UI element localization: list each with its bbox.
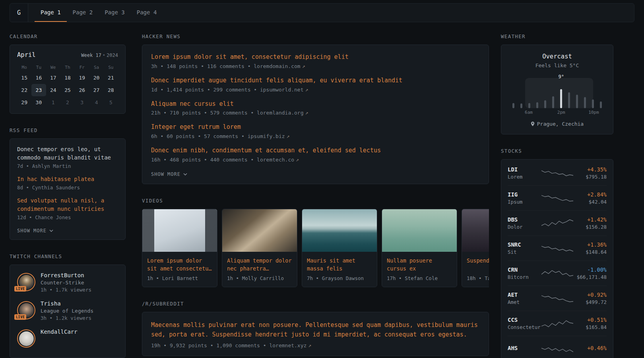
video-card[interactable]: Lorem ipsum dolor sit amet consectetu… 1… xyxy=(142,209,217,288)
avatar xyxy=(17,329,35,348)
hn-story-link[interactable]: Integer eget rutrum lorem xyxy=(151,123,480,132)
stock-sparkline xyxy=(541,243,573,253)
channel-meta: 1h • 1.7k viewers xyxy=(41,287,91,293)
tab-page-4[interactable]: Page 4 xyxy=(131,4,163,22)
hn-story-link[interactable]: Lorem ipsum dolor sit amet, consectetur … xyxy=(151,53,480,62)
weekday-label: Su xyxy=(104,65,118,70)
stock-row[interactable]: LDI Lorem +4.35% $795.18 xyxy=(508,160,607,185)
tab-page-1[interactable]: Page 1 xyxy=(35,4,67,22)
external-link-icon: ↗ xyxy=(287,133,290,139)
hn-story-meta: 6h • 60 points • 57 comments • ipsumify.… xyxy=(151,133,480,139)
hn-story-link[interactable]: Donec imperdiet augue tincidunt felis al… xyxy=(151,76,480,85)
hn-story-meta: 1d • 1,414 points • 299 comments • ipsum… xyxy=(151,87,480,93)
stock-price: $42.04 xyxy=(576,199,607,205)
hn-domain-link[interactable]: loremtech.co xyxy=(257,157,294,163)
hn-story-meta: 21h • 710 points • 579 comments • loreml… xyxy=(151,110,480,116)
stock-change: +1.36% xyxy=(576,241,607,248)
right-column: WEATHER Overcast Feels like 5°C 9° 6am 2… xyxy=(501,33,613,358)
hn-story-meta: 3h • 148 points • 116 comments • loremdo… xyxy=(151,63,480,69)
chevron-down-icon xyxy=(183,173,187,175)
stock-sparkline xyxy=(541,193,573,203)
stock-price: $795.18 xyxy=(576,174,607,180)
calendar-day: 16 xyxy=(31,72,46,84)
rss-item-meta: 12d • Chance Jones xyxy=(17,214,118,220)
stock-name: Sit xyxy=(508,249,538,255)
hn-domain-link[interactable]: ipsumworld.net xyxy=(260,87,304,93)
hn-story: Donec enim nibh, condimentum et accumsan… xyxy=(151,146,480,163)
video-title: Aliquam tempor dolor nec pharetra… xyxy=(222,252,297,273)
calendar-day: 30 xyxy=(31,96,46,109)
hn-story: Aliquam nec cursus elit 21h • 710 points… xyxy=(151,100,480,116)
stock-row[interactable]: CCS Consectetur +0.51% $165.84 xyxy=(508,311,607,336)
calendar-week-label: Week 17 xyxy=(81,53,101,58)
external-link-icon: ↗ xyxy=(305,110,308,116)
stock-row[interactable]: AET Amet +0.92% $499.72 xyxy=(508,286,607,311)
twitch-channel-row[interactable]: LIVE Trisha League of Legends 3h • 1.2k … xyxy=(17,300,118,321)
hacker-news-section: HACKER NEWS Lorem ipsum dolor sit amet, … xyxy=(142,33,489,184)
stock-row[interactable]: IIG Ipsum +2.84% $42.04 xyxy=(508,185,607,210)
video-card[interactable]: Nullam posuere cursus ex 17h • Stefan Co… xyxy=(382,209,457,288)
weather-section-title: WEATHER xyxy=(501,33,613,39)
weather-bar xyxy=(512,103,514,108)
stock-ticker: LDI xyxy=(508,166,538,173)
hn-story-link[interactable]: Aliquam nec cursus elit xyxy=(151,100,480,109)
dashboard: CALENDAR April Week 17•2024 Mo Tu We Th … xyxy=(0,22,644,358)
hn-domain-link[interactable]: loremlandia.org xyxy=(257,110,303,116)
live-badge: LIVE xyxy=(14,314,26,320)
stock-price: $165.84 xyxy=(576,324,607,330)
video-card[interactable]: Suspendisse diam 18h • Tara xyxy=(462,209,489,288)
weather-bar xyxy=(520,103,522,108)
hn-meta-text: 3h • 148 points • 116 comments • xyxy=(151,63,250,69)
stock-values: +0.92% $499.72 xyxy=(576,292,607,305)
reddit-domain-link[interactable]: loremnet.xyz xyxy=(269,342,306,348)
rss-item-link[interactable]: Sed volutpat nulla nisl, a condimentum n… xyxy=(17,197,118,213)
center-column: HACKER NEWS Lorem ipsum dolor sit amet, … xyxy=(142,33,489,358)
weather-bar xyxy=(568,92,570,108)
app-logo[interactable]: G xyxy=(10,4,28,22)
rss-show-more-button[interactable]: SHOW MORE xyxy=(17,228,53,233)
stock-row[interactable]: DBS Dolor +1.42% $156.28 xyxy=(508,210,607,235)
twitch-channel-row[interactable]: KendallCarr xyxy=(17,329,118,348)
tab-page-3[interactable]: Page 3 xyxy=(99,4,131,22)
hn-story: Lorem ipsum dolor sit amet, consectetur … xyxy=(151,53,480,69)
stock-values: +0.46% xyxy=(576,345,607,352)
stock-identity: SNRC Sit xyxy=(508,241,538,255)
stock-sparkline xyxy=(541,293,573,304)
hn-story-link[interactable]: Donec enim nibh, condimentum et accumsan… xyxy=(151,146,480,155)
hn-domain-link[interactable]: ipsumify.biz xyxy=(248,133,285,139)
video-thumbnail xyxy=(142,209,217,252)
rss-section: RSS FEED Donec tempor eros leo, ut commo… xyxy=(10,127,126,240)
video-card[interactable]: Aliquam tempor dolor nec pharetra… 1h • … xyxy=(222,209,297,288)
video-meta: 18h • Tara xyxy=(462,272,489,287)
hn-show-more-button[interactable]: SHOW MORE xyxy=(151,171,187,177)
stocks-section: STOCKS LDI Lorem +4.35% $795.18 IIG xyxy=(501,148,613,358)
calendar-day: 27 xyxy=(89,84,103,96)
stock-ticker: AHS xyxy=(508,345,538,351)
video-title: Mauris sit amet massa felis xyxy=(302,252,377,273)
stock-row[interactable]: CRN Bitcorn -1.00% $66,171.48 xyxy=(508,261,607,286)
tab-page-2[interactable]: Page 2 xyxy=(67,4,99,22)
channel-name: KendallCarr xyxy=(41,329,78,335)
subreddit-section: /R/SUBREDDIT Maecenas mollis pulvinar er… xyxy=(142,301,489,356)
twitch-section-title: TWITCH CHANNELS xyxy=(10,253,126,259)
stock-values: +0.51% $165.84 xyxy=(576,317,607,330)
external-link-icon: ↗ xyxy=(308,342,311,348)
video-title: Nullam posuere cursus ex xyxy=(382,252,457,273)
video-thumbnail xyxy=(462,209,489,252)
reddit-post-link[interactable]: Maecenas mollis pulvinar erat non posuer… xyxy=(151,320,480,339)
calendar-day: 17 xyxy=(46,72,60,84)
calendar-day: 24 xyxy=(46,84,60,96)
video-card[interactable]: Mauris sit amet massa felis 7h • Grayson… xyxy=(302,209,377,288)
twitch-channel-row[interactable]: LIVE ForrestBurton Counter-Strike 1h • 1… xyxy=(17,272,118,293)
hn-domain-link[interactable]: loremdomain.com xyxy=(254,63,300,69)
rss-item-link[interactable]: Donec tempor eros leo, ut commodo mauris… xyxy=(17,145,118,162)
reddit-meta-text: 19h • 9,932 points • 1,090 comments • xyxy=(151,342,266,348)
stock-row[interactable]: SNRC Sit +1.36% $148.64 xyxy=(508,235,607,261)
stock-row[interactable]: AHS +0.46% xyxy=(508,336,607,358)
weekday-label: Fr xyxy=(75,65,89,70)
rss-item-link[interactable]: In hac habitasse platea xyxy=(17,175,118,183)
subreddit-section-title: /R/SUBREDDIT xyxy=(142,301,489,307)
stock-values: +1.42% $156.28 xyxy=(576,216,607,230)
stock-identity: AHS xyxy=(508,345,538,352)
stock-sparkline xyxy=(541,343,573,354)
